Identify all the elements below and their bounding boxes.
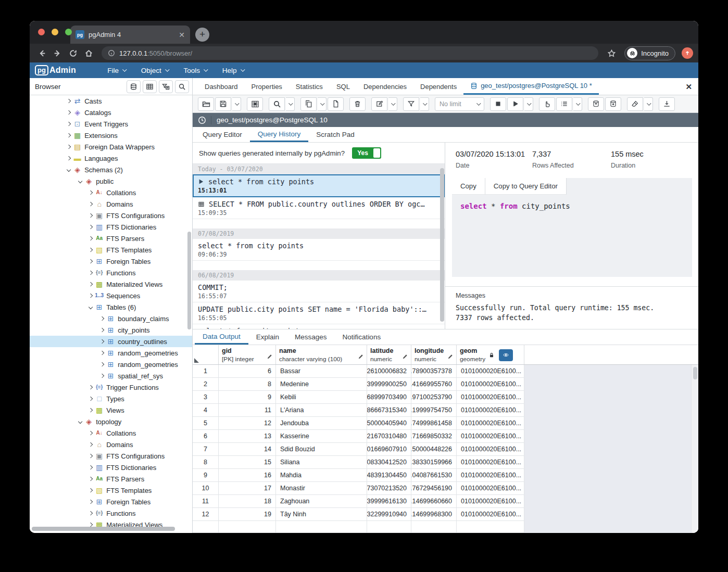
sidebar-item-sequences[interactable]: 1..3Sequences xyxy=(30,290,192,301)
find-options-caret[interactable] xyxy=(286,97,295,111)
cell[interactable]: .39999616130 xyxy=(367,495,411,508)
cell[interactable]: Jendouba xyxy=(276,417,367,430)
edit-options-caret[interactable] xyxy=(388,97,397,111)
cell[interactable]: 8.74999861458 xyxy=(411,417,457,430)
cell[interactable]: 8 xyxy=(219,378,276,391)
cell[interactable]: .39999900250 xyxy=(367,378,411,391)
explain-options-button[interactable] xyxy=(556,97,572,111)
chevron-right-icon[interactable] xyxy=(89,465,93,470)
edit-grid-button[interactable] xyxy=(247,97,263,111)
cell[interactable]: 2 xyxy=(193,378,219,391)
output-tab-messages[interactable]: Messages xyxy=(287,329,335,345)
sidebar-item-foreign-tables[interactable]: ⊞Foreign Tables xyxy=(30,256,192,267)
tab-sql[interactable]: SQL xyxy=(330,78,357,95)
copy-button[interactable] xyxy=(300,97,317,111)
chevron-right-icon[interactable] xyxy=(89,294,93,298)
chevron-right-icon[interactable] xyxy=(89,190,93,195)
cell[interactable]: 4 xyxy=(193,404,219,417)
sidebar-item-tables-6[interactable]: ⊞Tables (6) xyxy=(30,301,192,313)
cell[interactable]: 0101000020E6100... xyxy=(457,430,524,443)
cell[interactable]: L'Ariana xyxy=(276,404,367,417)
cell[interactable]: 0101000020E6100... xyxy=(457,482,524,495)
tab-dashboard[interactable]: Dashboard xyxy=(198,78,245,95)
menu-file[interactable]: File xyxy=(107,67,125,74)
cell[interactable]: 19 xyxy=(219,508,276,521)
commit-button[interactable] xyxy=(588,97,604,111)
sidebar-item-functions[interactable]: {≡}Functions xyxy=(30,267,192,278)
execute-button[interactable] xyxy=(507,97,523,111)
chevron-right-icon[interactable] xyxy=(89,408,93,413)
chevron-right-icon[interactable] xyxy=(89,271,93,275)
cell[interactable]: .68999703490 xyxy=(367,391,411,404)
cell[interactable]: 0101000020E6100... xyxy=(457,391,524,404)
history-entry[interactable]: SELECT * FROM public.country_outlines OR… xyxy=(193,197,445,219)
tree-vertical-scrollbar[interactable] xyxy=(187,232,191,329)
sidebar-item-foreign-data-wrappers[interactable]: ▤Foreign Data Wrappers xyxy=(30,141,192,152)
chevron-right-icon[interactable] xyxy=(89,385,93,390)
sidebar-item-fts-templates[interactable]: ▧FTS Templates xyxy=(30,485,192,496)
chevron-right-icon[interactable] xyxy=(89,225,93,230)
sidebar-item-extensions[interactable]: ▦Extensions xyxy=(30,130,192,141)
menu-help[interactable]: Help xyxy=(222,67,244,74)
sidebar-item-fts-dictionaries[interactable]: ▥FTS Dictionaries xyxy=(30,221,192,233)
clear-options-caret[interactable] xyxy=(644,97,653,111)
cell[interactable]: 17 xyxy=(219,482,276,495)
cell[interactable]: 8.71669850332 xyxy=(411,430,457,443)
chevron-right-icon[interactable] xyxy=(67,122,71,126)
sidebar-item-city-points[interactable]: ⊞city_points xyxy=(30,324,192,336)
cell[interactable]: 0.19999754750 xyxy=(411,404,457,417)
cell[interactable]: Siliana xyxy=(276,456,367,469)
chevron-right-icon[interactable] xyxy=(89,202,93,207)
history-entry[interactable]: UPDATE public.city_points SET name = 'Fl… xyxy=(193,302,445,324)
sidebar-item-domains[interactable]: ⌂Domains xyxy=(30,439,192,450)
filter-button[interactable] xyxy=(403,97,419,111)
sidebar-item-schemas-2[interactable]: ◈Schemas (2) xyxy=(30,164,192,175)
cell[interactable]: 0101000020E6100... xyxy=(457,469,524,482)
chevron-right-icon[interactable] xyxy=(100,339,105,344)
cell[interactable]: 0101000020E6100... xyxy=(457,365,524,378)
chevron-down-icon[interactable] xyxy=(67,168,71,172)
cell[interactable]: .01669607910 xyxy=(367,443,411,456)
browser-tab[interactable]: pg pgAdmin 4 ✕ xyxy=(70,26,190,44)
tree-horizontal-scrollbar[interactable] xyxy=(32,527,175,531)
cell[interactable]: 0.78900357378 xyxy=(411,365,457,378)
chevron-right-icon[interactable] xyxy=(100,374,105,378)
sidebar-item-fts-templates[interactable]: ▧FTS Templates xyxy=(30,244,192,256)
sidebar-item-fts-configurations[interactable]: ▣FTS Configurations xyxy=(30,450,192,462)
chevron-right-icon[interactable] xyxy=(89,442,93,447)
chevron-right-icon[interactable] xyxy=(89,454,93,459)
cell[interactable]: 6 xyxy=(219,365,276,378)
copy-button-history[interactable]: Copy xyxy=(452,178,485,195)
tab-dependents[interactable]: Dependents xyxy=(413,78,463,95)
cell[interactable]: 0101000020E6100... xyxy=(457,495,524,508)
cell[interactable]: 3 xyxy=(193,391,219,404)
sidebar-item-materialized-views[interactable]: ▩Materialized Views xyxy=(30,278,192,290)
cell[interactable]: 0.41669955760 xyxy=(411,378,457,391)
cell[interactable]: 7 xyxy=(193,443,219,456)
sidebar-item-country-outlines[interactable]: ⊞country_outlines xyxy=(30,336,192,347)
cell[interactable]: 16 xyxy=(219,469,276,482)
forward-icon[interactable] xyxy=(51,46,64,60)
chevron-right-icon[interactable] xyxy=(89,431,93,436)
chevron-right-icon[interactable] xyxy=(67,133,71,138)
sidebar-item-fts-parsers[interactable]: AaFTS Parsers xyxy=(30,233,192,244)
select-all-cell[interactable] xyxy=(193,345,219,364)
cell[interactable]: 11 xyxy=(219,404,276,417)
history-entry[interactable]: select * from city_points15:13:01 xyxy=(193,174,445,197)
cell[interactable]: .86667315340 xyxy=(367,404,411,417)
sidebar-item-fts-parsers[interactable]: AaFTS Parsers xyxy=(30,473,192,485)
cell[interactable]: 5 xyxy=(193,417,219,430)
cell[interactable]: Medenine xyxy=(276,378,367,391)
chevron-right-icon[interactable] xyxy=(100,316,105,321)
cell[interactable]: .48391304450 xyxy=(367,469,411,482)
chevron-right-icon[interactable] xyxy=(67,156,71,161)
cell[interactable]: Mahdia xyxy=(276,469,367,482)
column-header-latitude[interactable]: latitudenumeric xyxy=(367,345,411,364)
chevron-down-icon[interactable] xyxy=(89,305,93,310)
delete-button[interactable] xyxy=(349,97,366,111)
explain-button[interactable] xyxy=(539,97,555,111)
cell[interactable]: 0101000020E6100... xyxy=(457,378,524,391)
close-window-button[interactable] xyxy=(38,29,45,35)
filter-tree-button[interactable] xyxy=(159,80,173,93)
save-button[interactable] xyxy=(215,97,231,111)
